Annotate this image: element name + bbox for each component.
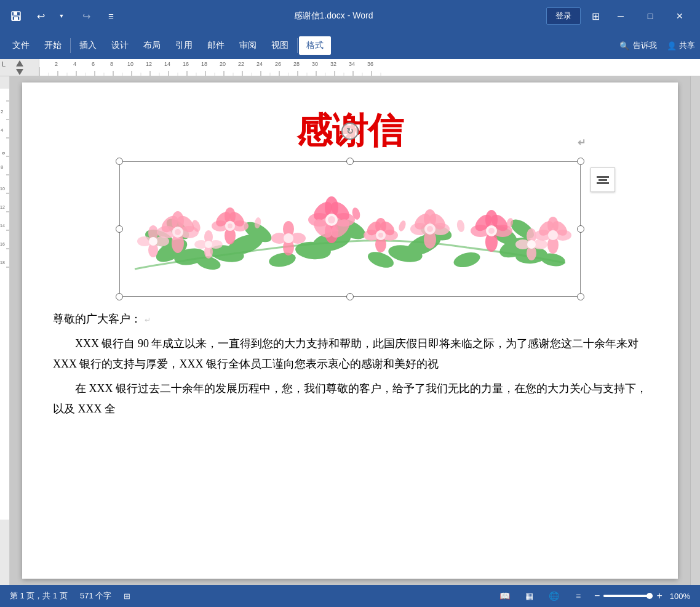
image-container <box>53 161 647 297</box>
menu-file[interactable]: 文件 <box>5 36 37 55</box>
handle-bl[interactable] <box>116 293 123 300</box>
ruler-scale: 2 4 6 8 10 12 14 16 18 20 22 24 26 28 30… <box>39 59 700 76</box>
handle-bc[interactable] <box>346 293 354 300</box>
page-info: 第 1 页，共 1 页 <box>10 590 68 601</box>
svg-text:14: 14 <box>0 223 4 228</box>
print-view-button[interactable]: ▦ <box>520 587 538 605</box>
menu-sep-1 <box>70 38 71 53</box>
ruler-triangle-bottom[interactable] <box>16 69 23 75</box>
ruler-triangle-top[interactable] <box>16 60 23 66</box>
menu-insert[interactable]: 插入 <box>72 36 104 55</box>
outline-view-button[interactable]: ≡ <box>570 587 587 605</box>
menu-line-1 <box>597 176 609 178</box>
svg-text:10: 10 <box>127 61 133 67</box>
zoom-slider-track[interactable] <box>603 595 653 597</box>
login-button[interactable]: 登录 <box>546 7 581 25</box>
menu-mail[interactable]: 邮件 <box>200 36 232 55</box>
svg-text:16: 16 <box>0 242 4 246</box>
svg-text:12: 12 <box>146 61 152 67</box>
svg-text:8: 8 <box>110 61 113 67</box>
zoom-control: − + <box>594 590 662 601</box>
handle-tl[interactable] <box>116 158 123 165</box>
handle-ml[interactable] <box>116 225 123 233</box>
menu-home[interactable]: 开始 <box>37 36 69 55</box>
vertical-ruler: 2 4 6 8 10 12 14 16 18 <box>0 76 10 585</box>
svg-text:16: 16 <box>183 61 189 67</box>
read-view-button[interactable]: 📖 <box>496 587 513 605</box>
menu-line-2 <box>599 179 607 181</box>
title-bar: ↩ ▼ ↪ ☰ 感谢信1.docx - Word 登录 ⊞ ─ □ ✕ <box>0 0 700 32</box>
undo-button[interactable]: ↩ <box>31 6 50 26</box>
ruler-l-marker: L <box>2 60 6 68</box>
menu-view[interactable]: 视图 <box>264 36 296 55</box>
zoom-minus-button[interactable]: − <box>594 590 600 601</box>
svg-text:30: 30 <box>312 61 318 67</box>
share-button[interactable]: 👤 共享 <box>667 40 695 51</box>
menu-bar: 文件 开始 插入 设计 布局 引用 邮件 审阅 视图 格式 🔍 告诉我 👤 共享 <box>0 32 700 59</box>
svg-text:6: 6 <box>1 151 6 155</box>
svg-text:18: 18 <box>0 260 4 265</box>
svg-text:14: 14 <box>164 61 170 67</box>
document-title: 感谢信 ↻ ↵ <box>53 107 647 155</box>
document-page[interactable]: 感谢信 ↻ ↵ <box>22 82 678 579</box>
main-area: 2 4 6 8 10 12 14 16 18 感谢信 ↻ ↵ <box>0 76 700 585</box>
paragraph-1: XXX 银行自 90 年成立以来，一直得到您的大力支持和帮助，此国庆假日即将来临… <box>53 334 647 374</box>
zoom-level: 100% <box>670 592 690 601</box>
svg-text:28: 28 <box>293 61 300 67</box>
menu-line-3 <box>597 182 609 184</box>
paragraph-mark-title: ↵ <box>578 137 586 148</box>
document-body: 尊敬的广大客户： ↵ XXX 银行自 90 年成立以来，一直得到您的大力支持和帮… <box>53 309 647 419</box>
menu-layout[interactable]: 布局 <box>136 36 168 55</box>
handle-tc[interactable] <box>346 158 354 165</box>
svg-rect-3 <box>14 17 18 20</box>
image-layout-button[interactable] <box>591 167 615 192</box>
language-status: ⊞ <box>124 592 130 601</box>
svg-text:26: 26 <box>275 61 281 67</box>
svg-text:22: 22 <box>238 61 244 67</box>
language-icon: ⊞ <box>124 592 130 601</box>
menu-design[interactable]: 设计 <box>104 36 136 55</box>
share-icon: 👤 <box>667 41 677 50</box>
horizontal-ruler: L 2 4 6 8 10 12 14 16 18 20 22 24 <box>0 59 700 76</box>
title-icons: ↩ ▼ ↪ ☰ <box>6 6 121 26</box>
svg-text:20: 20 <box>220 61 226 67</box>
quick-access-button[interactable]: ☰ <box>101 6 121 26</box>
greeting-para-mark: ↵ <box>145 316 151 324</box>
minimize-button[interactable]: ─ <box>607 6 635 26</box>
handle-br[interactable] <box>577 293 584 300</box>
redo-button[interactable]: ↪ <box>76 6 96 26</box>
vertical-scrollbar[interactable] <box>690 76 700 585</box>
rotate-icon[interactable]: ↻ <box>341 123 359 140</box>
selection-box <box>119 161 581 297</box>
svg-text:2: 2 <box>1 109 4 115</box>
v-ruler-svg: 2 4 6 8 10 12 14 16 18 <box>0 76 10 569</box>
svg-text:32: 32 <box>330 61 336 67</box>
menu-review[interactable]: 审阅 <box>232 36 264 55</box>
svg-text:24: 24 <box>257 61 263 67</box>
zoom-slider-fill <box>603 595 653 597</box>
handle-tr[interactable] <box>577 158 584 165</box>
status-right: 📖 ▦ 🌐 ≡ − + 100% <box>496 587 690 605</box>
menu-format[interactable]: 格式 <box>299 36 331 55</box>
zoom-plus-button[interactable]: + <box>656 590 662 601</box>
maximize-button[interactable]: □ <box>636 6 664 26</box>
greeting-paragraph: 尊敬的广大客户： ↵ <box>53 309 647 329</box>
save-button[interactable] <box>6 6 26 26</box>
search-icon: 🔍 <box>619 41 629 50</box>
share-label: 共享 <box>679 40 695 51</box>
svg-text:36: 36 <box>367 61 373 67</box>
zoom-slider-thumb[interactable] <box>646 593 653 599</box>
menu-search[interactable]: 🔍 告诉我 <box>619 40 657 51</box>
svg-text:6: 6 <box>92 61 95 67</box>
undo-dropdown-button[interactable]: ▼ <box>52 6 71 26</box>
menu-references[interactable]: 引用 <box>168 36 200 55</box>
handle-mr[interactable] <box>577 225 584 233</box>
doc-area: 感谢信 ↻ ↵ <box>10 76 690 585</box>
restore-window-button[interactable]: ⊞ <box>586 6 605 26</box>
web-view-button[interactable]: 🌐 <box>545 587 562 605</box>
svg-text:4: 4 <box>1 127 4 133</box>
close-button[interactable]: ✕ <box>666 6 694 26</box>
status-bar: 第 1 页，共 1 页 571 个字 ⊞ 📖 ▦ 🌐 ≡ − + 100% <box>0 585 700 607</box>
svg-text:12: 12 <box>0 205 4 209</box>
flower-selection[interactable] <box>119 161 581 297</box>
